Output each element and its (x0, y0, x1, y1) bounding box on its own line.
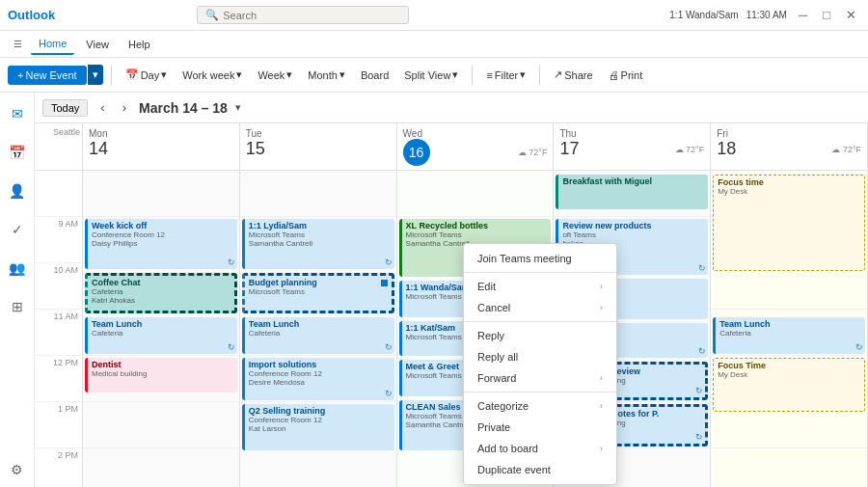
week-view-btn[interactable]: Week ▾ (252, 66, 298, 84)
event-dentist[interactable]: Dentist Medical building (85, 358, 237, 392)
calendar-grid: 9 AM 10 AM 11 AM 12 PM 1 PM 2 PM 3 PM We… (35, 171, 868, 487)
split-view-btn[interactable]: Split View ▾ (398, 66, 464, 84)
ctx-duplicate-event[interactable]: Duplicate event (464, 459, 616, 480)
next-week-button[interactable]: › (118, 98, 131, 117)
ctx-separator-2 (464, 321, 616, 322)
minimize-button[interactable]: ─ (795, 6, 811, 24)
new-event-label: New Event (25, 69, 76, 81)
event-team-lunch-tue[interactable]: Team Lunch Cafeteria ↻ (242, 317, 394, 354)
day-header-fri: Fri 18 ☁ 72°F (711, 123, 868, 170)
month-view-btn[interactable]: Month ▾ (302, 66, 351, 84)
ctx-separator-3 (464, 392, 616, 392)
day-header-tue: Tue 15 (240, 123, 397, 170)
print-icon: 🖨 (609, 69, 619, 81)
calendar-container: Today ‹ › March 14 – 18 ▾ Seattle Mon 14… (35, 93, 868, 487)
nav-home[interactable]: Home (31, 34, 74, 55)
day-header-wed: Wed 16 ☁ 72°F (397, 123, 555, 170)
day-col-tue: 1:1 Lydia/Sam Microsoft Teams Samantha C… (240, 171, 397, 487)
event-budget-planning[interactable]: Budget planning Microsoft Teams (242, 273, 394, 313)
maximize-button[interactable]: □ (819, 6, 834, 24)
context-menu: Join Teams meeting Edit › Cancel › Reply… (463, 243, 617, 485)
app-logo: Outlook (8, 8, 55, 22)
print-btn[interactable]: 🖨 Print (603, 67, 649, 84)
sidebar-icon-mail[interactable]: ✉ (4, 100, 31, 127)
time-slot-9am: 9 AM (35, 217, 82, 263)
event-focus-time-morning[interactable]: Focus time My Desk (713, 175, 865, 271)
sidebar-icon-calendar[interactable]: 📅 (4, 139, 31, 166)
nav-help[interactable]: Help (121, 35, 158, 54)
time-gutter-header: Seattle (35, 123, 83, 170)
top-bar: Outlook 🔍 1:1 Wanda/Sam 11:30 AM ─ □ ✕ (0, 0, 868, 31)
ctx-reply[interactable]: Reply (464, 325, 616, 346)
prev-week-button[interactable]: ‹ (95, 98, 109, 117)
toolbar: + New Event ▾ 📅 Day ▾ Work week ▾ Week ▾… (0, 58, 868, 93)
ctx-forward-arrow: › (600, 373, 603, 383)
day-col-mon: Week kick off Conference Room 12 Daisy P… (83, 171, 240, 487)
nav-view[interactable]: View (78, 35, 117, 54)
ctx-separator-1 (464, 272, 616, 273)
day-header-thu: Thu 17 ☁ 72°F (554, 123, 711, 170)
time-slot-12pm: 12 PM (35, 356, 82, 402)
ctx-cancel[interactable]: Cancel › (464, 297, 616, 318)
day-col-fri: Focus time My Desk Team Lunch Cafeteria … (711, 171, 868, 487)
ctx-forward[interactable]: Forward › (464, 367, 616, 389)
sidebar-icon-people[interactable]: 👤 (4, 177, 31, 204)
ctx-edit[interactable]: Edit › (464, 276, 616, 297)
event-week-kickoff[interactable]: Week kick off Conference Room 12 Daisy P… (85, 219, 237, 269)
ctx-edit-arrow: › (600, 282, 603, 291)
toolbar-separator-1 (111, 66, 112, 85)
sidebar-icons: ✉ 📅 👤 ✓ 👥 ⊞ ⚙ (0, 93, 35, 487)
filter-icon: ≡ (486, 69, 492, 81)
new-event-button[interactable]: + New Event (8, 66, 87, 85)
event-team-lunch-fri[interactable]: Team Lunch Cafeteria ↻ (713, 317, 865, 354)
ctx-join-teams[interactable]: Join Teams meeting (464, 248, 616, 269)
day-headers: Seattle Mon 14 Tue 15 Wed 16 ☁ 72°F Thu … (35, 123, 868, 171)
ctx-cancel-arrow: › (600, 303, 603, 312)
day-icon: 📅 (125, 68, 139, 81)
time-column: 9 AM 10 AM 11 AM 12 PM 1 PM 2 PM 3 PM (35, 171, 83, 487)
event-breakfast-miguel[interactable]: Breakfast with Miguel (556, 175, 708, 209)
board-view-btn[interactable]: Board (355, 67, 394, 84)
ctx-add-to-board[interactable]: Add to board › (464, 438, 616, 459)
event-11-lydia-sam[interactable]: 1:1 Lydia/Sam Microsoft Teams Samantha C… (242, 219, 394, 269)
share-icon: ↗ (554, 68, 562, 81)
sidebar-icon-settings[interactable]: ⚙ (4, 456, 31, 483)
new-event-group: + New Event ▾ (8, 65, 103, 85)
time-slot-8am (35, 171, 82, 217)
event-import-solutions[interactable]: Import solutions Conference Room 12 Desi… (242, 358, 394, 400)
sidebar-icon-apps[interactable]: ⊞ (4, 293, 31, 320)
time-slot-10am: 10 AM (35, 263, 82, 310)
ctx-categorize[interactable]: Categorize › (464, 395, 616, 417)
date-range-dropdown[interactable]: ▾ (235, 101, 241, 114)
share-btn[interactable]: ↗ Share (548, 66, 598, 84)
search-box[interactable]: 🔍 (197, 6, 409, 24)
event-team-lunch-mon[interactable]: Team Lunch Cafeteria ↻ (85, 317, 237, 354)
time-slot-11am: 11 AM (35, 310, 82, 356)
event-coffee-chat[interactable]: Coffee Chat Cafeteria Katri Ahokas (85, 273, 237, 313)
sidebar-icon-teams[interactable]: 👥 (4, 255, 31, 282)
filter-btn[interactable]: ≡ Filter ▾ (480, 66, 531, 84)
ctx-private[interactable]: Private (464, 417, 616, 438)
new-event-dropdown[interactable]: ▾ (88, 65, 103, 85)
work-week-view-btn[interactable]: Work week ▾ (176, 66, 248, 84)
event-focus-time-afternoon[interactable]: Focus Time My Desk (713, 358, 865, 412)
close-button[interactable]: ✕ (842, 6, 860, 24)
hamburger-icon[interactable]: ☰ (8, 35, 27, 54)
day-view-btn[interactable]: 📅 Day ▾ (120, 66, 174, 84)
day-header-mon: Mon 14 (83, 123, 240, 170)
time-slot-1pm: 1 PM (35, 402, 82, 448)
date-range-label: March 14 – 18 (139, 100, 228, 116)
user-info: 1:1 Wanda/Sam (669, 10, 738, 20)
nav-menu: ☰ Home View Help (0, 31, 868, 58)
time-display: 11:30 AM (746, 10, 787, 20)
sidebar-icon-tasks[interactable]: ✓ (4, 216, 31, 243)
ctx-reply-all[interactable]: Reply all (464, 346, 616, 367)
search-icon: 🔍 (205, 9, 219, 21)
search-input[interactable] (223, 10, 396, 21)
event-q2-selling[interactable]: Q2 Selling training Conference Room 12 K… (242, 404, 394, 450)
today-button[interactable]: Today (42, 99, 88, 117)
calendar-header-bar: Today ‹ › March 14 – 18 ▾ (35, 93, 868, 123)
ctx-add-to-board-arrow: › (600, 444, 603, 453)
toolbar-separator-2 (472, 66, 473, 85)
main-area: ✉ 📅 👤 ✓ 👥 ⊞ ⚙ Today ‹ › March 14 – 18 ▾ … (0, 93, 868, 487)
